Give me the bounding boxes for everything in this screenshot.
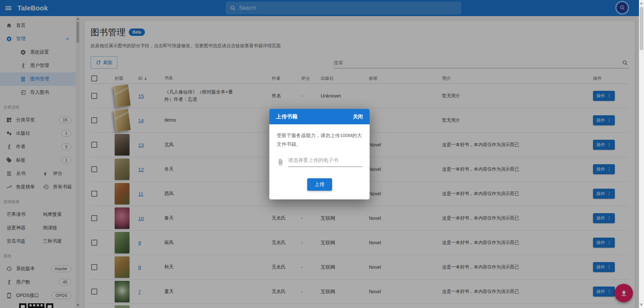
main-scrollbar[interactable] — [639, 0, 644, 308]
main-scroll-thumb[interactable] — [640, 7, 643, 50]
modal-title: 上传书籍 — [276, 113, 298, 120]
modal-body: 受限于服务器能力，请勿上传100M的大文件书籍。 请选择要上传的电子书 上传 — [269, 124, 370, 199]
scroll-up-arrow[interactable] — [640, 2, 643, 4]
scroll-down-arrow[interactable] — [640, 304, 643, 306]
file-input-placeholder: 请选择要上传的电子书 — [288, 157, 338, 163]
modal-close-button[interactable]: 关闭 — [353, 114, 363, 120]
file-picker-row: 请选择要上传的电子书 — [277, 157, 362, 167]
upload-modal: 上传书籍 关闭 受限于服务器能力，请勿上传100M的大文件书籍。 请选择要上传的… — [269, 109, 370, 199]
modal-header: 上传书籍 关闭 — [269, 109, 370, 124]
paperclip-icon — [277, 159, 284, 166]
upload-button[interactable]: 上传 — [307, 178, 332, 191]
file-input[interactable]: 请选择要上传的电子书 — [288, 157, 362, 167]
app-window: TaleBook G 首页管理系统设置用户管理图书管理导入图书分类浏览分类导览1… — [0, 0, 644, 308]
upload-warning-text: 受限于服务器能力，请勿上传100M的大文件书籍。 — [277, 131, 362, 148]
